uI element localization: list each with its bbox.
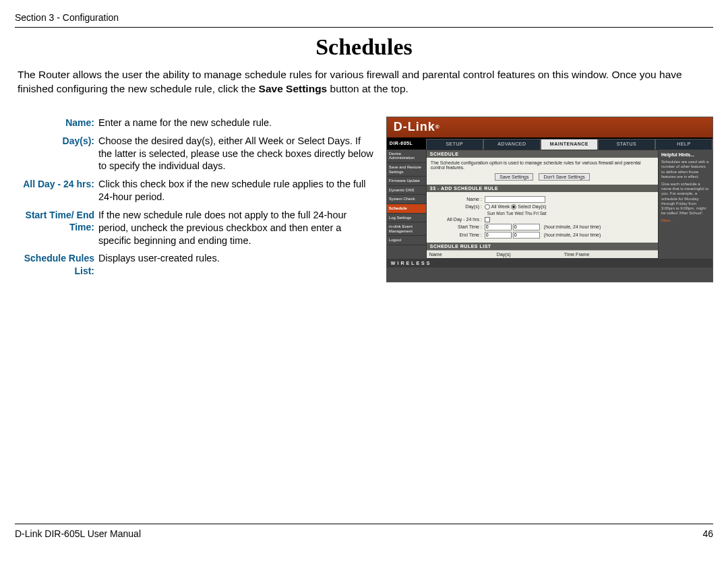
def-row: Schedule Rules List: Displays user-creat… xyxy=(15,252,374,276)
select-days-radio[interactable] xyxy=(511,204,516,210)
day-fri: Fri xyxy=(533,211,539,216)
helpful-hints: Helpful Hints... Schedules are used with… xyxy=(659,150,712,259)
add-schedule-form: Name : Day(s) : All Week Select Day(s) S… xyxy=(427,192,658,243)
dont-save-settings-button[interactable]: Don't Save Settings xyxy=(539,173,589,181)
def-desc-starttime: If the new schedule rule does not apply … xyxy=(98,209,374,247)
allday-label: All Day - 24 hrs : xyxy=(431,217,485,222)
end-min-input[interactable] xyxy=(513,232,540,239)
add-schedule-header: 33 - ADD SCHEDULE RULE xyxy=(427,185,658,192)
sidebar-syscheck[interactable]: System Check xyxy=(387,195,426,204)
tab-maintenance[interactable]: MAINTENANCE xyxy=(541,139,598,150)
hints-p1: Schedules are used with a number of othe… xyxy=(661,160,710,179)
definitions-list: Name: Enter a name for the new schedule … xyxy=(15,117,374,282)
start-min-input[interactable] xyxy=(513,224,540,230)
schedule-desc-box: The Schedule configuration option is use… xyxy=(427,158,658,185)
day-sat: Sat xyxy=(540,211,547,216)
end-hint: (hour:minute, 24 hour time) xyxy=(544,232,601,237)
rules-list-header: SCHEDULE RULES LIST xyxy=(427,243,658,250)
def-desc-days: Choose the desired day(s), either All We… xyxy=(98,135,374,173)
col-days: Day(s) xyxy=(497,252,564,257)
intro-bold: Save Settings xyxy=(259,83,328,94)
all-week-radio[interactable] xyxy=(485,204,490,210)
schedule-desc: The Schedule configuration option is use… xyxy=(431,160,654,170)
col-name: Name xyxy=(429,252,497,257)
page-title: Schedules xyxy=(15,34,713,60)
day-tue: Tue xyxy=(506,211,514,216)
intro-paragraph: The Router allows the user the ability t… xyxy=(18,68,710,96)
tab-status[interactable]: STATUS xyxy=(598,139,655,150)
def-desc-ruleslist: Displays user-created rules. xyxy=(98,252,374,276)
def-desc-name: Enter a name for the new schedule rule. xyxy=(98,117,374,129)
sidebar-event[interactable]: m-dink Event Management xyxy=(387,222,426,236)
router-screenshot: D-Link® DIR-605L SETUP ADVANCED MAINTENA… xyxy=(386,117,713,282)
router-logo-bar: D-Link® xyxy=(387,117,712,139)
schedule-header: SCHEDULE xyxy=(427,150,658,158)
sidebar-ddns[interactable]: Dynamic DNS xyxy=(387,186,426,195)
name-label: Name : xyxy=(431,197,485,201)
def-row: All Day - 24 hrs: Click this check box i… xyxy=(15,178,374,204)
all-week-text: All Week xyxy=(491,204,510,209)
end-hour-input[interactable] xyxy=(485,232,512,239)
def-label-ruleslist: Schedule Rules List: xyxy=(15,252,98,276)
def-label-days: Day(s): xyxy=(15,135,98,173)
allday-checkbox[interactable] xyxy=(485,217,490,222)
start-hour-input[interactable] xyxy=(485,224,512,230)
hints-title: Helpful Hints... xyxy=(661,152,710,158)
end-time-label: End Time : xyxy=(431,232,485,237)
start-time-label: Start Time : xyxy=(431,224,485,229)
sidebar-logout[interactable]: Logout xyxy=(387,236,426,245)
def-label-name: Name: xyxy=(15,117,98,129)
router-sidebar: Device Administration Save and Restore S… xyxy=(387,150,426,259)
intro-end: button at the top. xyxy=(327,83,408,94)
days-label: Day(s) : xyxy=(431,204,485,209)
def-row: Start Time/ End Time: If the new schedul… xyxy=(15,209,374,247)
name-input[interactable] xyxy=(485,196,545,203)
dlink-logo: D-Link xyxy=(394,120,435,134)
sidebar-device-admin[interactable]: Device Administration xyxy=(387,150,426,163)
sidebar-save-restore[interactable]: Save and Restore Settings xyxy=(387,163,426,177)
footer-left: D-Link DIR-605L User Manual xyxy=(15,528,141,539)
page-footer: D-Link DIR-605L User Manual 46 xyxy=(15,524,713,539)
save-settings-button[interactable]: Save Settings xyxy=(495,173,533,181)
router-tabs: DIR-605L SETUP ADVANCED MAINTENANCE STAT… xyxy=(387,139,712,150)
sidebar-log[interactable]: Log Settings xyxy=(387,214,426,223)
tab-advanced[interactable]: ADVANCED xyxy=(483,139,541,150)
days-checkboxes: Sun Mon Tue Wed Thu Fri Sat xyxy=(487,211,654,216)
select-days-text: Select Day(s) xyxy=(518,204,546,209)
sidebar-schedule[interactable]: Schedule xyxy=(387,204,426,214)
day-thu: Thu xyxy=(524,211,532,216)
section-header: Section 3 - Configuration xyxy=(15,12,713,28)
def-row: Name: Enter a name for the new schedule … xyxy=(15,117,374,129)
hints-more-link[interactable]: More... xyxy=(661,218,710,223)
start-hint: (hour:minute, 24 hour time) xyxy=(544,224,601,229)
day-sun: Sun xyxy=(487,211,495,216)
hints-p2: Give each schedule a name that is meanin… xyxy=(661,182,710,216)
day-mon: Mon xyxy=(496,211,505,216)
registered-icon: ® xyxy=(435,124,440,130)
col-timeframe: Time Frame xyxy=(564,252,589,257)
tab-help[interactable]: HELP xyxy=(655,139,712,150)
day-wed: Wed xyxy=(514,211,523,216)
model-label: DIR-605L xyxy=(387,139,426,150)
rules-list-columns: Name Day(s) Time Frame xyxy=(427,250,658,258)
def-desc-allday: Click this check box if the new schedule… xyxy=(98,178,374,204)
router-footer: WIRELESS xyxy=(387,259,712,268)
tab-setup[interactable]: SETUP xyxy=(426,139,483,150)
def-row: Day(s): Choose the desired day(s), eithe… xyxy=(15,135,374,173)
def-label-allday: All Day - 24 hrs: xyxy=(15,178,98,204)
def-label-starttime: Start Time/ End Time: xyxy=(15,209,98,247)
sidebar-firmware[interactable]: Firmware Update xyxy=(387,177,426,186)
footer-right: 46 xyxy=(702,528,713,539)
